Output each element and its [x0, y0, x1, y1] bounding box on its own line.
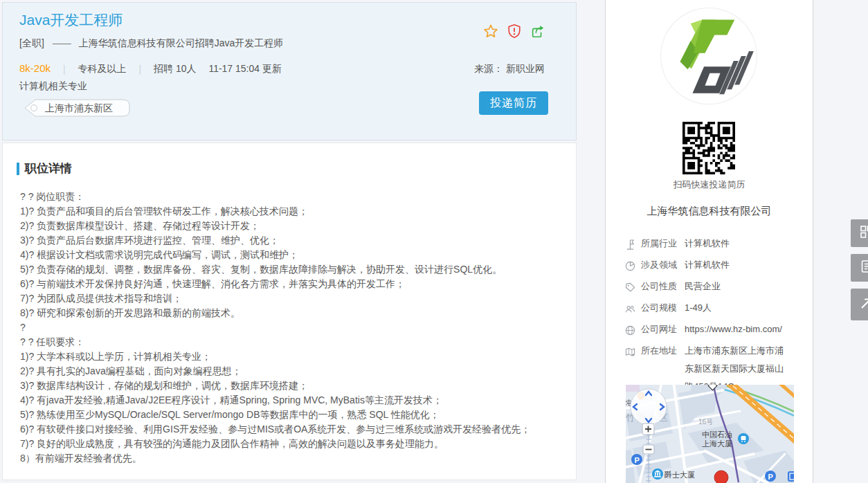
tag-hole — [31, 105, 37, 111]
source-label: 来源： — [474, 63, 503, 74]
section-header: 职位详情 — [17, 161, 576, 176]
job-detail-line: 5)? 熟练使用至少MySQL/Oracle/SQL Server/mongo … — [20, 408, 576, 422]
section-accent-bar — [17, 163, 19, 175]
info-row-field: 涉及领域 计算机软件 — [625, 256, 798, 277]
map-petro-label: 中国石油 — [702, 430, 732, 439]
qr-code-icon — [860, 225, 868, 241]
info-value: 民营企业 — [685, 277, 788, 299]
info-value: 计算机软件 — [685, 235, 788, 256]
job-detail-line: ? ? 岗位职责： — [20, 190, 576, 204]
float-document-button[interactable] — [851, 254, 868, 282]
job-detail-line: 7)? 良好的职业成熟度，具有较强的沟通能力及团队合作精神，高效的解决问题以及事… — [20, 437, 576, 451]
job-detail-line: 2)? 负责数据库模型设计、搭建、存储过程等设计开发； — [20, 219, 576, 233]
float-qr-button[interactable] — [851, 219, 868, 247]
job-detail-line: 8)? 研究和探索创新的开发思路和最新的前端技术。 — [20, 306, 576, 320]
job-detail-line: 6)? 有软硬件接口对接经验、利用GIS开发经验、参与过MIS或者OA系统开发、… — [20, 422, 576, 437]
job-detail-line: ? — [20, 320, 576, 335]
arrow-up-icon — [859, 295, 868, 313]
share-icon[interactable] — [530, 24, 545, 39]
job-detail-line: 4)? 有java开发经验,精通Java/J2EE程序设计，精通Spring, … — [20, 393, 576, 408]
job-description: ? ? 岗位职责： 1)? 负责产品和项目的后台管理软件研发工作，解决核心技术问… — [20, 190, 576, 466]
job-detail-line: 8）有前端开发经验者优先。 — [20, 451, 576, 466]
float-top-button[interactable] — [851, 289, 868, 320]
info-row-website: 公司网址 https://www.hz-bim.com/ — [625, 320, 798, 342]
job-detail-line: 6)? 与前端技术开发保持良好沟通，快速理解、消化各方需求，并落实为具体的开发工… — [20, 277, 576, 291]
nature-icon — [625, 277, 641, 299]
job-header-card: Java开发工程师 [全职]——上海华筑信息科技有限公司招聘Java开发工程师 … — [2, 2, 577, 140]
separator: ｜ — [135, 63, 145, 74]
info-label: 公司网址 — [641, 320, 685, 342]
report-shield-icon[interactable] — [507, 24, 522, 39]
company-name: 上海华筑信息科技有限公司 — [605, 205, 813, 218]
map-partial-poi — [788, 471, 794, 482]
scale-icon — [625, 299, 641, 320]
job-subtitle: [全职]——上海华筑信息科技有限公司招聘Java开发工程师 — [19, 37, 283, 50]
info-row-industry: 所属行业 计算机软件 — [625, 235, 798, 256]
job-detail-line: 4)? 根据设计文档或需求说明完成代码编写，调试，测试和维护； — [20, 248, 576, 262]
section-title: 职位详情 — [25, 161, 72, 176]
recruit-count: 招聘 10人 — [154, 63, 196, 74]
map-jazz-label: 爵士大厦 — [664, 471, 695, 479]
job-detail-line: 2)? 具有扎实的Java编程基础，面向对象编程思想； — [20, 364, 576, 379]
company-website-link[interactable]: https://www.hz-bim.com/ — [685, 320, 788, 342]
company-logo — [661, 8, 757, 104]
info-row-scale: 公司规模 1-49人 — [625, 299, 798, 320]
company-info-list: 所属行业 计算机软件 涉及领域 计算机软件 公司性质 民营企业 公司规模 1-4… — [625, 235, 798, 396]
svg-text:P: P — [768, 473, 773, 481]
updated-time: 11-17 15:04 更新 — [208, 63, 282, 74]
map-marker-pin — [714, 471, 728, 483]
source-name: 新职业网 — [506, 63, 545, 74]
info-label: 所属行业 — [641, 235, 685, 256]
employment-type: [全职] — [19, 37, 44, 48]
map-petro-label2: 上海大厦 — [702, 439, 732, 448]
website-icon — [625, 320, 641, 342]
job-detail-line: 5)? 负责存储的规划、调整，数据库备份、容灾、复制，数据库故障排除与解决，协助… — [20, 262, 576, 277]
info-label: 公司规模 — [641, 299, 685, 320]
page-title: Java开发工程师 — [19, 10, 123, 30]
subtitle-text: 上海华筑信息科技有限公司招聘Java开发工程师 — [79, 37, 284, 48]
map-metro-poi-icon — [738, 433, 749, 444]
company-location-map[interactable]: 馄饨 竹园小区 16号 中国石油 上海大厦 爵士大厦 P P — [626, 385, 794, 483]
info-value: 计算机软件 — [685, 256, 788, 277]
dash-separator: —— — [53, 37, 71, 48]
education-requirement: 专科及以上 — [78, 63, 127, 74]
job-detail-line: ? ? 任职要求： — [20, 335, 576, 349]
svg-text:P: P — [635, 456, 640, 464]
map-parking-icon: P — [631, 454, 642, 465]
map-road-label: 16号 — [698, 418, 713, 426]
source-row: 来源： 新职业网 — [474, 63, 545, 75]
info-label: 公司性质 — [641, 277, 685, 299]
apply-resume-button[interactable]: 投递简历 — [479, 91, 548, 115]
map-parking-icon: P — [765, 471, 776, 482]
document-icon — [860, 259, 868, 276]
info-row-nature: 公司性质 民营企业 — [625, 277, 798, 299]
qr-caption: 扫码快速投递简历 — [605, 179, 813, 191]
job-detail-line: 3)? 负责产品后台数据库环境进行监控、管理、维护、优化； — [20, 233, 576, 248]
field-icon — [625, 256, 641, 277]
favorite-star-icon[interactable] — [483, 24, 498, 39]
industry-icon — [625, 235, 641, 256]
map-bank-poi-icon — [652, 468, 663, 480]
job-meta-row: 8k-20k ｜ 专科及以上 ｜ 招聘 10人 11-17 15:04 更新 — [19, 62, 282, 75]
map-pan-control[interactable] — [631, 389, 667, 425]
qr-code — [682, 122, 735, 174]
separator: ｜ — [60, 63, 69, 74]
job-detail-line: 1)? 负责产品和项目的后台管理软件研发工作，解决核心技术问题； — [20, 204, 576, 219]
location-label: 上海市浦东新区 — [45, 102, 113, 113]
info-value: 1-49人 — [685, 299, 788, 320]
header-action-icons — [483, 24, 545, 39]
job-detail-card: 职位详情 ? ? 岗位职责： 1)? 负责产品和项目的后台管理软件研发工作，解决… — [2, 143, 577, 480]
major-requirement: 计算机相关专业 — [19, 80, 87, 93]
job-detail-line: 1)? 大学本科或以上学历，计算机相关专业； — [20, 349, 576, 364]
location-tag[interactable]: 上海市浦东新区 — [24, 99, 132, 120]
info-label: 涉及领域 — [641, 256, 685, 277]
job-detail-line: 3)? 数据库结构设计，存储的规划和维护，调优，数据库环境搭建； — [20, 379, 576, 393]
job-detail-line: 7)? 为团队成员提供技术指导和培训； — [20, 291, 576, 306]
salary-range: 8k-20k — [19, 62, 51, 74]
